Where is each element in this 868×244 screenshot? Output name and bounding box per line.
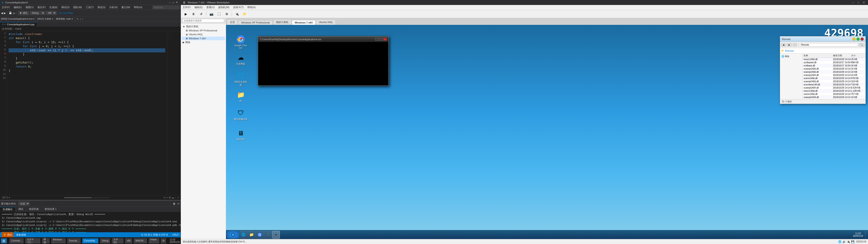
vm-tb-pause-btn[interactable]: ⏸ xyxy=(190,11,197,17)
win7-tb-explorer[interactable]: 📁 xyxy=(248,231,255,239)
fe-search-btn[interactable]: 🔍 xyxy=(859,43,865,47)
tb-step-over[interactable]: ⤷ xyxy=(76,18,79,21)
vs-maximize-btn[interactable]: □ xyxy=(173,1,174,4)
taskbar-item-debug[interactable]: Debug xyxy=(100,238,110,243)
tb-config-select[interactable]: Debug Release xyxy=(30,11,45,15)
fe-breadcrumb[interactable]: Remote xyxy=(785,50,794,52)
output-tab-find[interactable]: 查找结果 1 xyxy=(42,207,59,211)
vm-menu-tabs[interactable]: 选项卡(T) xyxy=(232,5,245,9)
win7-start-btn[interactable] xyxy=(227,231,239,239)
taskbar-item-commits[interactable]: Commits... xyxy=(9,238,24,243)
vm-maximize-btn[interactable]: □ xyxy=(856,1,861,4)
vm-menu-vm[interactable]: 虚拟机(M) xyxy=(217,5,230,9)
win7-tb-ie[interactable]: 🌐 xyxy=(240,231,247,239)
table-row[interactable]: vcampl1404.dll2018/10/29 14:148,429 KB xyxy=(803,86,866,89)
console-restore-btn[interactable]: □ xyxy=(379,38,382,41)
vm-desktop[interactable]: 429698 Google Chrome xyxy=(226,25,868,239)
fe-close-btn[interactable] xyxy=(861,37,864,41)
vm-menu-edit[interactable]: 编辑(E) xyxy=(193,5,204,9)
taskbar-item-filed[interactable]: 文件 (D): xyxy=(112,238,123,243)
console-close-btn[interactable]: ✕ xyxy=(383,38,386,41)
console-minimize-btn[interactable]: ─ xyxy=(375,38,378,41)
taskbar-start-btn[interactable]: ⊞ xyxy=(1,238,7,243)
vm-tb-restart-btn[interactable]: ↺ xyxy=(198,11,204,17)
vm-tb-folder-btn[interactable]: 📁 xyxy=(241,11,248,17)
taskbar-item-windows[interactable]: Windows ... xyxy=(51,238,66,243)
tb-save-all-btn[interactable]: 🗂 xyxy=(13,12,16,14)
win7-show-desktop[interactable] xyxy=(865,231,867,239)
tb-step-in[interactable]: ↓ xyxy=(80,18,81,21)
vm-tb-settings-btn[interactable]: ⚙ xyxy=(223,11,230,17)
fe-col-name[interactable]: 名称 xyxy=(804,54,833,57)
vm-tab-ubuntu[interactable]: Ubuntu 64位 xyxy=(316,20,336,25)
menu-file[interactable]: 文件(F) xyxy=(1,5,11,9)
taskbar-item-wenzi[interactable]: 当文字·CS... xyxy=(25,238,40,243)
menu-debug[interactable]: 调试(D) xyxy=(60,5,70,9)
menu-build[interactable]: 生成(B) xyxy=(49,5,59,9)
fe-minimize-btn[interactable] xyxy=(852,37,856,41)
desktop-icon-tencent[interactable]: 🛡 腾讯电脑管家 xyxy=(233,107,249,122)
output-wordwrap-btn[interactable]: ↵ xyxy=(178,202,180,205)
output-source-select[interactable]: 生成 调试 xyxy=(18,202,30,206)
vm-close-btn[interactable]: ✕ xyxy=(862,1,866,4)
taskbar-item-x86[interactable]: x86 xyxy=(125,238,132,243)
vs-doc-tab-cpp[interactable]: C++ ConsoleApplication4.cpp xyxy=(0,22,37,26)
output-tab-debug[interactable]: 调试 xyxy=(16,207,26,211)
taskbar-item-minow[interactable]: MINOW... xyxy=(134,238,147,243)
table-row[interactable]: vcenn140d.dll2018/10/29 14:14578 KB xyxy=(803,77,866,80)
vm-tb-snapshot-btn[interactable]: 📷 xyxy=(208,11,215,17)
vm-menu-help[interactable]: 帮助(H) xyxy=(246,5,256,9)
taskbar-item-vnote[interactable]: VNote - xyxy=(149,238,159,243)
menu-team[interactable]: 团队(M) xyxy=(72,5,83,9)
vm-tree-item-winxp[interactable]: 🖥 Windows XP Professional xyxy=(182,29,225,32)
tb-live-share-btn[interactable]: ⛓ Live Share xyxy=(59,12,73,14)
vm-sidebar-search[interactable] xyxy=(183,19,224,22)
menu-window[interactable]: 窗口(W) xyxy=(121,5,131,9)
desktop-icon-baidu[interactable]: ☁ 百度网盘 xyxy=(233,52,249,66)
fe-up-btn[interactable]: ↑ xyxy=(793,43,797,47)
desktop-icon-360[interactable]: 🛡 360安全浏览器 xyxy=(233,70,249,88)
menu-project[interactable]: 项目(P) xyxy=(36,5,46,9)
table-row[interactable]: msvcr140d.dll2018/10/29 14:141,109 KB xyxy=(803,89,866,93)
vs-minimize-btn[interactable]: ─ xyxy=(169,1,171,4)
vm-tree-item-ubuntu[interactable]: 🖥 Ubuntu 64位 xyxy=(182,32,225,37)
vm-tree-item-computer[interactable]: ▼ 我的计算机 xyxy=(182,24,225,29)
desktop-icon-xfe[interactable]: 📁 xfe xyxy=(233,89,249,103)
vs-code-editor[interactable]: #include <iostream> int main() { for (in… xyxy=(7,31,167,195)
desktop-icon-remote[interactable]: 🖥 Remote xyxy=(233,128,249,142)
vm-tb-power-btn[interactable]: ▶ xyxy=(183,11,189,17)
tb-forward-btn[interactable]: ▶ xyxy=(4,11,6,15)
output-clear-btn[interactable]: 🗑 xyxy=(173,202,176,205)
table-row[interactable]: vcrtbase.dll2018/10/17 16:5418 KB xyxy=(803,64,866,67)
win7-tb-console[interactable]: ▪ xyxy=(272,231,280,239)
taskbar-item-ai[interactable]: Ai xyxy=(161,238,166,243)
tb-platform-select[interactable]: x86 x64 xyxy=(46,11,57,15)
fe-maximize-btn[interactable] xyxy=(857,37,860,41)
tb-back-btn[interactable]: ◀ xyxy=(1,11,3,15)
table-row[interactable]: vcampl140d.dll2018/10/29 14:14319 KB xyxy=(803,80,866,83)
fe-back-btn[interactable]: ◀ xyxy=(781,43,786,47)
fe-forward-btn[interactable]: ▶ xyxy=(787,43,792,47)
win7-tb-chrome[interactable] xyxy=(256,231,264,239)
menu-tools[interactable]: 工具(T) xyxy=(85,5,95,9)
table-row[interactable]: ucrtbased.dll2018/10/17 16:54898 KB xyxy=(803,61,866,64)
taskbar-item-wechat[interactable]: 微微 xyxy=(42,238,50,243)
tb-debug-btn[interactable]: ▶ 调试 xyxy=(18,11,29,15)
table-row[interactable]: msvcr140d.dll2018/10/29 14:1429 KB xyxy=(803,58,866,61)
table-row[interactable]: vcampi1404.dll2018/10/29 14:1424 KB xyxy=(803,74,866,77)
table-row[interactable]: vcenn140d.dll2018/10/29 14:14757 KB xyxy=(803,93,866,96)
vs-close-btn[interactable]: ✕ xyxy=(176,1,178,4)
vm-tree-item-network[interactable]: ▶ 网络 xyxy=(182,40,225,44)
menu-test[interactable]: 测试(S) xyxy=(96,5,107,9)
vm-tab-home[interactable]: 主页 xyxy=(227,20,238,25)
win7-tb-media[interactable]: 🎵 xyxy=(264,231,272,239)
vm-menu-view[interactable]: 查看(V) xyxy=(206,5,216,9)
fe-col-date[interactable]: 修改日期 xyxy=(833,54,851,57)
table-row[interactable]: vcampi140d.dll2018/10/29 14:1423 KB xyxy=(803,70,866,74)
tb-save-btn[interactable]: 💾 xyxy=(9,11,12,14)
menu-view[interactable]: 视图(V) xyxy=(25,5,35,9)
table-row[interactable]: vcampi140d.dll2018/10/29 14:1424 KB xyxy=(803,67,866,70)
menu-help[interactable]: 帮助(H) xyxy=(133,5,143,9)
fe-col-size[interactable]: 大小 xyxy=(851,54,865,57)
vm-menu-file[interactable]: 文件(F) xyxy=(182,5,192,9)
